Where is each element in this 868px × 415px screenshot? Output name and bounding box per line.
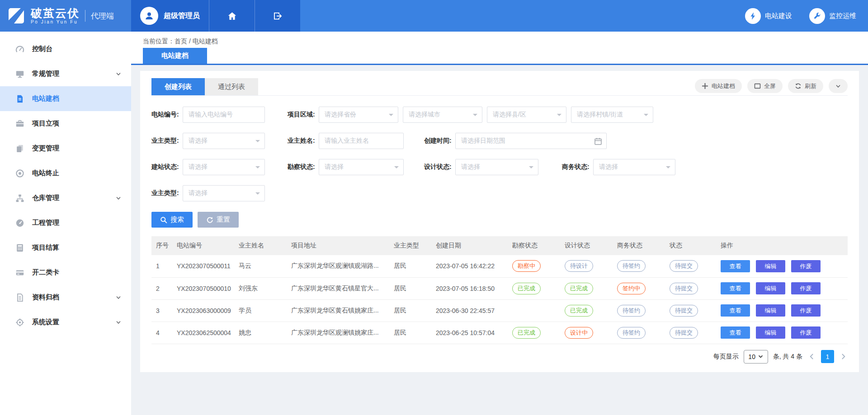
filter-label: 电站编号:	[151, 111, 183, 119]
gear-icon	[15, 318, 24, 327]
fullscreen-button[interactable]: 全屏	[747, 79, 783, 93]
cell-created: 2023-07-05 16:42:22	[432, 255, 509, 277]
filter-select[interactable]: 请选择	[183, 159, 265, 175]
edit-button[interactable]: 编辑	[756, 282, 785, 294]
sidebar-item-8[interactable]: 项目结算	[0, 235, 131, 260]
filter-select[interactable]: 请选择	[183, 185, 265, 201]
brand-name-en: Po Jian Yun Fu	[31, 20, 80, 25]
user-menu[interactable]: 超级管理员	[131, 0, 209, 32]
sidebar-item-5[interactable]: 电站终止	[0, 161, 131, 186]
panel-tabs: 创建列表通过列表	[151, 78, 258, 95]
sidebar-item-4[interactable]: 变更管理	[0, 136, 131, 161]
filter-label: 创建时间:	[424, 137, 455, 145]
view-button[interactable]: 查看	[721, 304, 750, 317]
sidebar-item-10[interactable]: 资料归档	[0, 285, 131, 310]
logout-button[interactable]	[255, 0, 300, 32]
cell-station-code: YX2023070500011	[173, 255, 235, 277]
table-header-row: 序号电站编号业主姓名项目地址业主类型创建日期勘察状态设计状态商务状态状态操作	[151, 236, 848, 255]
calendar-icon	[594, 137, 602, 145]
filter-row-3: 业主类型:请选择	[151, 185, 848, 201]
cell-created: 2023-07-05 16:18:50	[432, 277, 509, 299]
void-button[interactable]: 作废	[791, 304, 821, 317]
filter-select[interactable]: 请选择	[455, 159, 538, 175]
status-badge: 设计中	[565, 327, 593, 339]
filter-group: 建站状态:请选择	[151, 159, 265, 175]
cell-index: 1	[151, 255, 173, 277]
panel-head: 创建列表通过列表 电站建档全屏刷新	[151, 78, 848, 96]
sidebar-item-0[interactable]: 控制台	[0, 37, 131, 61]
home-icon	[227, 11, 237, 21]
filter-select[interactable]: 请选择	[319, 159, 404, 175]
view-button[interactable]: 查看	[721, 260, 750, 272]
filter-row-0: 电站编号:请输入电站编号项目区域:请选择省份请选择城市请选择县/区请选择村镇/街…	[151, 107, 848, 123]
meter-icon	[15, 219, 24, 228]
page-tab[interactable]: 电站建档	[143, 48, 207, 64]
sidebar-item-1[interactable]: 常规管理	[0, 61, 131, 86]
void-button[interactable]: 作废	[791, 282, 821, 294]
sidebar-item-label: 资料归档	[32, 293, 59, 302]
filter-group: 业主姓名:请输入业主姓名	[288, 133, 404, 149]
filter-select[interactable]: 请选择城市	[403, 107, 482, 123]
sidebar-item-2[interactable]: 电站建档	[0, 86, 131, 111]
reset-button[interactable]: 重置	[198, 212, 239, 228]
status-badge: 已完成	[565, 305, 593, 317]
chevron-right-icon	[840, 353, 847, 360]
refresh-button[interactable]: 刷新	[788, 79, 823, 93]
caret-down-icon	[255, 140, 260, 145]
caret-down-icon	[389, 114, 393, 118]
cell-owner-name: 刘强东	[235, 277, 288, 299]
filter-select[interactable]: 请选择	[183, 133, 265, 149]
filter-select[interactable]: 请选择村镇/街道	[571, 107, 653, 123]
page-size-select[interactable]: 10	[744, 350, 768, 364]
cell-business-status: 签约中	[613, 277, 666, 299]
wrench-icon	[809, 8, 825, 24]
cell-created: 2023-06-25 10:57:04	[432, 322, 509, 344]
cell-design-status: 已完成	[561, 299, 613, 322]
sidebar-item-9[interactable]: 开二类卡	[0, 260, 131, 285]
status-badge: 已完成	[512, 327, 541, 339]
cell-survey-status	[509, 299, 561, 322]
breadcrumb-path[interactable]: 首页 / 电站建档	[175, 37, 218, 45]
filter-select[interactable]: 请选择县/区	[487, 107, 566, 123]
panel-tab-0[interactable]: 创建列表	[151, 78, 205, 95]
caret-down-icon	[255, 192, 260, 197]
home-button[interactable]	[209, 0, 255, 32]
panel-tab-1[interactable]: 通过列表	[205, 78, 258, 95]
create-station-button[interactable]: 电站建档	[695, 79, 742, 93]
filter-label: 商务状态:	[562, 163, 593, 171]
breadcrumb-bar: 当前位置：首页 / 电站建档 电站建档	[131, 32, 868, 65]
lightning-icon	[745, 8, 761, 24]
view-button[interactable]: 查看	[721, 282, 750, 294]
filter-select[interactable]: 请选择	[593, 159, 675, 175]
sidebar-item-7[interactable]: 工程管理	[0, 210, 131, 235]
topbar-shortcut-1[interactable]: 监控运维	[809, 8, 856, 24]
search-button[interactable]: 搜索	[151, 212, 193, 228]
breadcrumb: 当前位置：首页 / 电站建档	[143, 37, 218, 46]
void-button[interactable]: 作废	[791, 260, 821, 272]
placeholder-text: 请选择	[599, 163, 618, 171]
filter-select[interactable]: 请选择省份	[319, 107, 398, 123]
placeholder-text: 请选择	[189, 137, 208, 145]
filter-input[interactable]: 请输入电站编号	[183, 107, 265, 123]
void-button[interactable]: 作废	[791, 326, 821, 339]
topbar-shortcut-0[interactable]: 电站建设	[745, 8, 792, 24]
edit-button[interactable]: 编辑	[756, 326, 785, 339]
sidebar-item-11[interactable]: 系统设置	[0, 310, 131, 335]
filter-input[interactable]: 请输入业主姓名	[319, 133, 404, 149]
edit-button[interactable]: 编辑	[756, 260, 785, 272]
filter-date[interactable]: 请选择日期范围	[455, 133, 607, 149]
sidebar-item-3[interactable]: 项目立项	[0, 111, 131, 136]
sidebar-item-6[interactable]: 仓库管理	[0, 186, 131, 210]
page-number-button[interactable]: 1	[821, 350, 834, 363]
next-page-button[interactable]	[839, 353, 848, 360]
brand-area: 破茧云伏 Po Jian Yun Fu 代理端	[0, 0, 131, 32]
collapse-button[interactable]	[829, 79, 848, 93]
prev-page-button[interactable]	[807, 353, 816, 360]
status-badge: 待提交	[670, 327, 698, 339]
edit-button[interactable]: 编辑	[756, 304, 785, 317]
filter-group: 项目区域:请选择省份请选择城市请选择县/区请选择村镇/街道	[288, 107, 653, 123]
view-button[interactable]: 查看	[721, 326, 750, 339]
pv-logo-icon	[7, 6, 26, 25]
cell-owner-type: 居民	[390, 299, 432, 322]
user-name: 超级管理员	[164, 11, 200, 21]
